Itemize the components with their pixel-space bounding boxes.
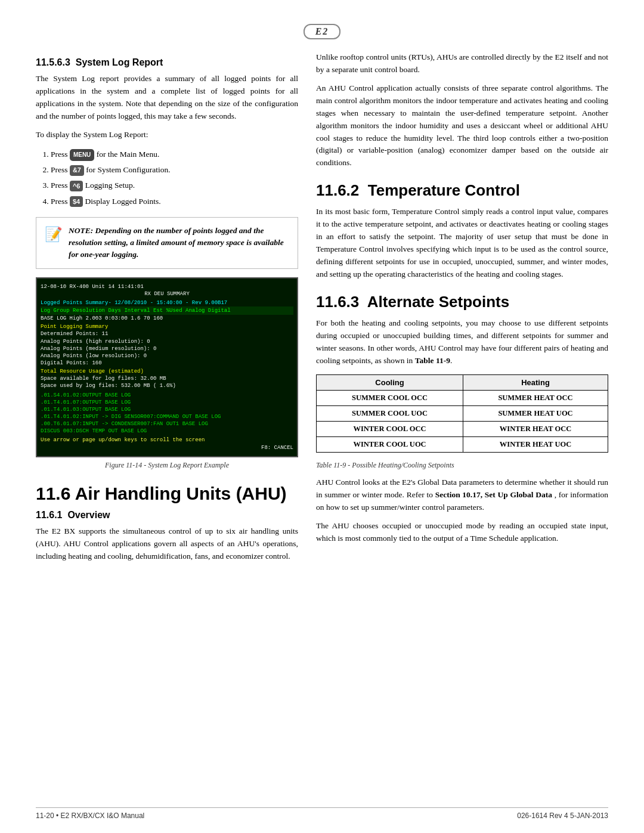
step1-suffix: for the Main Menu. xyxy=(97,150,160,159)
step-3: Press ^6 Logging Setup. xyxy=(51,178,298,193)
table-col-heating: Heating xyxy=(463,374,608,390)
overview-para: The E2 BX supports the simultaneous cont… xyxy=(36,525,298,563)
table-row: WINTER COOL UOC WINTER HEAT UOC xyxy=(317,436,608,452)
after-table-para1: AHU Control looks at the E2's Global Dat… xyxy=(316,476,608,514)
terminal-line10: Analog Points (low resolution): 0 xyxy=(41,352,293,360)
table-body: SUMMER COOL OCC SUMMER HEAT OCC SUMMER C… xyxy=(317,390,608,452)
section-11-5-6-3-heading: 11.5.6.3 System Log Report xyxy=(36,57,298,68)
to-display-label: To display the System Log Report: xyxy=(36,129,298,141)
terminal-line1: 12-08-10 RX-400 Unit 14 11:41:01 xyxy=(41,283,293,290)
section-11-6-1-heading: 11.6.1 Overview xyxy=(36,510,298,521)
step3-suffix: Logging Setup. xyxy=(85,181,135,190)
terminal-line19: .00.T6.01.07:INPUT -> CONDENSER007:FAN O… xyxy=(41,420,293,428)
table-row: SUMMER COOL OCC SUMMER HEAT OCC xyxy=(317,390,608,405)
footer-left: 11-20 • E2 RX/BX/CX I&O Manual xyxy=(36,812,144,820)
row1-cooling: SUMMER COOL OCC xyxy=(317,390,463,405)
row1-heating: SUMMER HEAT OCC xyxy=(463,390,608,405)
page-container: E2 11.5.6.3 System Log Report The System… xyxy=(0,0,644,833)
terminal-line17: .01.T4.01.03:OUTPUT BASE LOG xyxy=(41,406,293,413)
section-11-6-3-heading: 11.6.3 Alternate Setpoints xyxy=(316,293,608,311)
step-2: Press &7 for System Configuration. xyxy=(51,163,298,177)
terminal-line2: RX DEU SUMMARY xyxy=(41,290,293,298)
system-log-intro: The System Log report provides a summary… xyxy=(36,73,298,123)
left-column: 11.5.6.3 System Log Report The System Lo… xyxy=(36,51,298,569)
e2-logo: E2 xyxy=(304,24,341,39)
table-row: SUMMER COOL UOC SUMMER HEAT UOC xyxy=(317,405,608,421)
terminal-line5: BASE LOG High 2.003 0:03:00 1.6 70 160 xyxy=(41,315,293,322)
after-table-para2: The AHU chooses occupied or unoccupied m… xyxy=(316,520,608,545)
terminal-line15: .01.S4.01.02:OUTPUT BASE LOG xyxy=(41,392,293,399)
ahu-section: 11.6 Air Handling Units (AHU) 11.6.1 Ove… xyxy=(36,484,298,563)
step1-press: Press xyxy=(51,150,68,159)
step4-suffix: Display Logged Points. xyxy=(85,197,161,206)
rtu-para: Unlike rooftop control units (RTUs), AHU… xyxy=(316,51,608,76)
menu-key: MENU xyxy=(70,149,94,161)
key-6: ^6 xyxy=(70,181,83,191)
terminal-line16: .01.T4.01.07:OUTPUT BASE LOG xyxy=(41,399,293,406)
step-1: Press MENU for the Main Menu. xyxy=(51,147,298,162)
step2-suffix: for System Configuration. xyxy=(86,165,170,174)
step4-press: Press xyxy=(51,197,68,206)
table-col-cooling: Cooling xyxy=(317,374,463,390)
note-icon: 📝 xyxy=(45,226,63,243)
footer-right: 026-1614 Rev 4 5-JAN-2013 xyxy=(517,812,608,820)
page-footer: 11-20 • E2 RX/BX/CX I&O Manual 026-1614 … xyxy=(36,807,608,820)
key-4: $4 xyxy=(70,196,83,207)
figure-caption: Figure 11-14 - System Log Report Example xyxy=(36,460,298,471)
step2-press: Press xyxy=(51,165,68,174)
terminal-line22: F8: CANCEL xyxy=(41,444,293,451)
terminal-line21: Use arrow or page up/down keys to scroll… xyxy=(41,436,293,444)
step-4: Press $4 Display Logged Points. xyxy=(51,194,298,209)
terminal-line7: Determined Points: 11 xyxy=(41,330,293,337)
row4-cooling: WINTER COOL UOC xyxy=(317,436,463,452)
row4-heating: WINTER HEAT UOC xyxy=(463,436,608,452)
ahu-algo-para: An AHU Control application actually cons… xyxy=(316,82,608,169)
terminal-line13: Space available for log files: 32.00 MB xyxy=(41,375,293,382)
step3-press: Press xyxy=(51,181,68,190)
terminal-line8: Analog Points (high resolution): 0 xyxy=(41,338,293,345)
ahu-heading: 11.6 Air Handling Units (AHU) xyxy=(36,484,298,504)
note-text: NOTE: Depending on the number of points … xyxy=(69,225,289,261)
steps-list: Press MENU for the Main Menu. Press &7 f… xyxy=(51,147,298,209)
terminal-line9: Analog Points (medium resolution): 0 xyxy=(41,345,293,352)
right-column: Unlike rooftop control units (RTUs), AHU… xyxy=(316,51,608,569)
terminal-screenshot: 12-08-10 RX-400 Unit 14 11:41:01 RX DEU … xyxy=(36,277,298,457)
row3-cooling: WINTER COOL OCC xyxy=(317,421,463,436)
terminal-line4: Log Group Resolution Days Interval Est %… xyxy=(41,306,293,315)
terminal-line3: Logged Points Summary- 12/08/2010 - 15:4… xyxy=(41,299,293,306)
terminal-line14: Space used by log files: 532.00 MB ( 1.6… xyxy=(41,382,293,389)
key-7: &7 xyxy=(70,165,84,176)
table-row: WINTER COOL OCC WINTER HEAT OCC xyxy=(317,421,608,436)
terminal-line12: Total Resource Usage (estimated) xyxy=(41,368,293,375)
table-caption: Table 11-9 - Possible Heating/Cooling Se… xyxy=(316,460,608,471)
section-11-6-2-heading: 11.6.2 Temperature Control xyxy=(316,181,608,200)
row2-heating: SUMMER HEAT UOC xyxy=(463,405,608,421)
terminal-line18: .01.T4.01.02:INPUT -> DIG SENSOR007:COMM… xyxy=(41,413,293,420)
setpoints-table: Cooling Heating SUMMER COOL OCC SUMMER H… xyxy=(316,374,608,453)
top-logo-bar: E2 xyxy=(36,24,608,39)
temp-control-para: In its most basic form, Temperature Cont… xyxy=(316,206,608,281)
note-box: 📝 NOTE: Depending on the number of point… xyxy=(36,217,298,269)
row2-cooling: SUMMER COOL UOC xyxy=(317,405,463,421)
alt-setpoints-para1: For both the heating and cooling setpoin… xyxy=(316,317,608,367)
main-content: 11.5.6.3 System Log Report The System Lo… xyxy=(36,51,608,569)
terminal-line6: Point Logging Summary xyxy=(41,323,293,330)
row3-heating: WINTER HEAT OCC xyxy=(463,421,608,436)
terminal-line11: Digital Points: 160 xyxy=(41,360,293,367)
terminal-line20: DISCUS 003:DSCH TEMP OUT BASE LOG xyxy=(41,428,293,435)
